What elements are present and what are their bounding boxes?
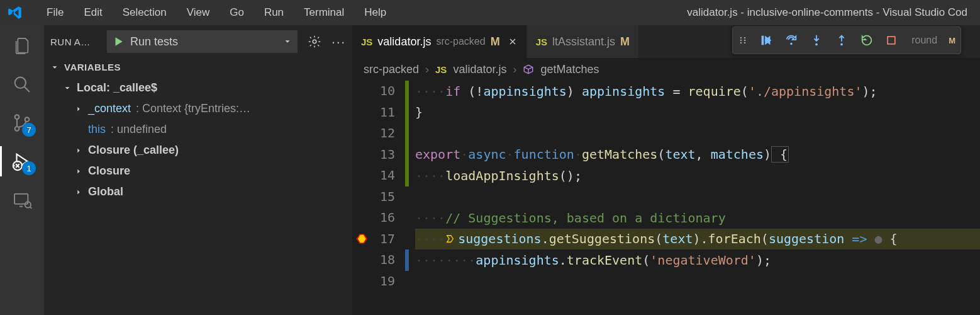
- svg-point-8: [740, 37, 742, 39]
- svg-point-11: [744, 40, 746, 42]
- var-this-value: : undefined: [111, 123, 167, 136]
- step-out-button[interactable]: [835, 33, 849, 47]
- line-number: 12: [370, 123, 395, 144]
- menu-terminal[interactable]: Terminal: [294, 1, 354, 24]
- activity-bar: 7 1: [0, 25, 44, 315]
- line-number: 19: [370, 271, 395, 292]
- breadcrumb[interactable]: src-packed › JS validator.js › getMatche…: [352, 58, 980, 81]
- restart-button[interactable]: [860, 33, 874, 47]
- activity-scm-icon[interactable]: 7: [11, 112, 33, 134]
- chevron-right-icon: [74, 146, 83, 155]
- menu-bar: File Edit Selection View Go Run Terminal…: [36, 1, 396, 24]
- code-line[interactable]: ········appinsights.trackEvent('negative…: [415, 249, 980, 271]
- menu-edit[interactable]: Edit: [74, 1, 112, 24]
- code-line[interactable]: export·async·function·getMatches(text, m…: [415, 144, 980, 166]
- activity-explorer-icon[interactable]: [11, 35, 33, 57]
- play-icon[interactable]: [113, 36, 124, 47]
- step-into-button[interactable]: [810, 33, 823, 47]
- code-line[interactable]: ····loadAppInsights();: [415, 165, 980, 186]
- js-file-icon: JS: [536, 37, 547, 47]
- chevron-right-icon: [74, 188, 83, 197]
- menu-run[interactable]: Run: [254, 1, 294, 24]
- svg-point-10: [740, 40, 742, 42]
- code-content[interactable]: ····if (!appinsights) appinsights = requ…: [411, 81, 980, 315]
- line-number: 11: [370, 102, 395, 123]
- svg-point-14: [790, 43, 793, 45]
- tab-modified-indicator: M: [620, 35, 630, 49]
- config-name: Run tests: [130, 35, 277, 49]
- breadcrumb-symbol[interactable]: getMatches: [540, 63, 599, 76]
- chevron-right-icon: [74, 167, 83, 176]
- svg-point-15: [815, 43, 818, 46]
- svg-rect-17: [888, 37, 895, 44]
- tab-ltassistant[interactable]: JS ltAssistant.js M: [527, 25, 639, 58]
- sidebar-title: RUN A…: [50, 37, 101, 47]
- gear-icon[interactable]: [308, 35, 321, 49]
- chevron-down-icon: [63, 84, 72, 93]
- svg-point-12: [740, 42, 742, 44]
- line-number: 15: [370, 186, 395, 208]
- tab-validator[interactable]: JS validator.js src-packed M: [352, 25, 527, 58]
- code-line[interactable]: [415, 123, 980, 144]
- stop-button[interactable]: [885, 34, 898, 47]
- svg-point-7: [313, 40, 317, 43]
- js-file-icon: JS: [435, 64, 447, 75]
- activity-remote-icon[interactable]: [11, 188, 33, 211]
- editor-area: JS validator.js src-packed M JS ltAssist…: [352, 25, 980, 315]
- code-line[interactable]: ····if (!appinsights) appinsights = requ…: [415, 81, 980, 102]
- svg-point-2: [15, 127, 19, 131]
- section-variables[interactable]: VARIABLES: [44, 58, 352, 76]
- debug-badge: 1: [22, 161, 36, 175]
- code-line[interactable]: [415, 271, 980, 292]
- breadcrumb-folder[interactable]: src-packed: [364, 63, 419, 76]
- scope-global-label: Global: [88, 185, 123, 198]
- activity-debug-icon[interactable]: 1: [11, 150, 33, 173]
- drag-handle-icon[interactable]: [738, 35, 748, 45]
- execution-pointer-icon: [445, 231, 454, 246]
- var-context[interactable]: _context: Context {tryEntries:…: [44, 98, 352, 119]
- chevron-right-icon: ›: [513, 63, 516, 76]
- menu-selection[interactable]: Selection: [113, 1, 177, 24]
- code-line[interactable]: }: [415, 102, 980, 123]
- svg-point-1: [15, 115, 19, 119]
- tab-modified-indicator: M: [491, 35, 500, 49]
- menu-go[interactable]: Go: [220, 1, 254, 24]
- debug-config-dropdown[interactable]: Run tests: [107, 30, 298, 53]
- scm-badge: 7: [22, 123, 36, 137]
- debug-toolbar[interactable]: round M: [732, 26, 961, 54]
- debug-sidebar: RUN A… Run tests ··· VARIABLES L: [44, 25, 352, 315]
- code-line-current[interactable]: ····suggestions.getSuggestions(text).for…: [415, 229, 980, 250]
- close-icon[interactable]: [508, 37, 518, 47]
- scope-closure-callee-label: Closure (_callee): [88, 144, 179, 157]
- line-numbers: 10 11 12 13 14 15 16 17 18 19: [370, 81, 405, 315]
- tab-dir: src-packed: [436, 36, 485, 47]
- code-line[interactable]: [415, 186, 980, 208]
- scope-local-label: Local: _callee$: [77, 81, 157, 94]
- tab-filename: validator.js: [377, 35, 431, 49]
- scope-global[interactable]: Global: [44, 181, 352, 202]
- breakpoint-icon[interactable]: [352, 229, 370, 250]
- scope-closure-label: Closure: [88, 164, 130, 178]
- vscode-logo-icon: [6, 4, 24, 21]
- breadcrumb-file[interactable]: validator.js: [453, 63, 506, 76]
- menu-file[interactable]: File: [36, 1, 74, 24]
- chevron-down-icon[interactable]: [283, 37, 292, 46]
- continue-button[interactable]: [759, 33, 773, 47]
- breakpoint-gutter[interactable]: [352, 81, 370, 315]
- activity-search-icon[interactable]: [11, 73, 33, 96]
- var-this[interactable]: this: undefined: [44, 119, 352, 140]
- chevron-right-icon: [74, 105, 83, 113]
- more-icon[interactable]: ···: [331, 35, 346, 49]
- sidebar-header: RUN A… Run tests ···: [44, 25, 352, 58]
- menu-help[interactable]: Help: [354, 1, 396, 24]
- step-over-button[interactable]: [784, 33, 798, 47]
- svg-point-0: [15, 77, 26, 88]
- var-context-name: _context: [88, 102, 131, 115]
- menu-view[interactable]: View: [177, 1, 220, 24]
- scope-closure[interactable]: Closure: [44, 161, 352, 181]
- scope-local[interactable]: Local: _callee$: [44, 77, 352, 98]
- scope-closure-callee[interactable]: Closure (_callee): [44, 140, 352, 161]
- line-number: 18: [370, 249, 395, 271]
- code-editor[interactable]: 10 11 12 13 14 15 16 17 18 19: [352, 81, 980, 315]
- code-line[interactable]: ····// Suggestions, based on a dictionar…: [415, 207, 980, 229]
